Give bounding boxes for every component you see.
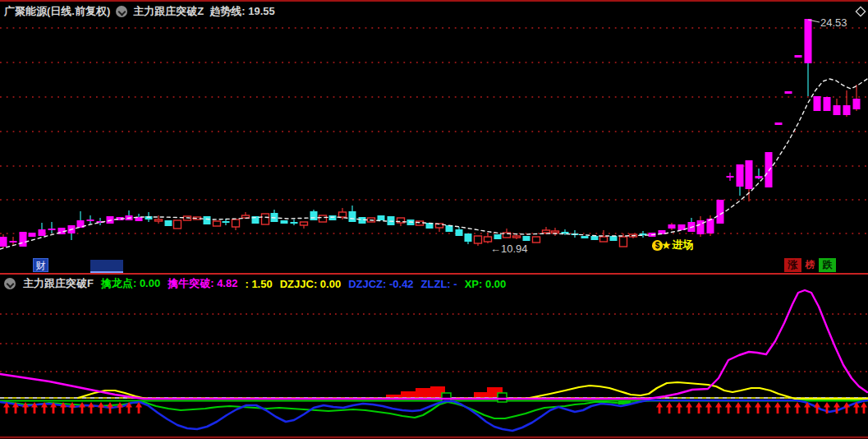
trendline-value: 趋势线: 19.55	[209, 4, 274, 19]
star-icon: ★	[661, 240, 672, 251]
indicator-value: DZJCZ: -0.42	[348, 278, 413, 290]
rank-down-button[interactable]: 跌	[819, 258, 836, 272]
indicator-value: 擒牛突破: 4.82	[168, 276, 237, 291]
high-price-label: 24.53	[820, 16, 847, 29]
sub-gridlines	[0, 314, 868, 372]
entry-signal-marker: $ ★ 进场	[652, 238, 694, 252]
chart-canvas[interactable]	[0, 0, 868, 439]
sub-chart-header: 主力跟庄突破F 擒龙点: 0.00 擒牛突破: 4.82 : 1.50 DZJJ…	[4, 277, 506, 290]
entry-label: 进场	[673, 238, 694, 252]
ma-trend-line	[0, 7, 867, 249]
rank-buttons: 涨 榜 跌	[784, 258, 836, 272]
sub-indicator-name[interactable]: 主力跟庄突破F	[23, 276, 94, 291]
finance-report-badge[interactable]: 财	[33, 258, 48, 272]
indicator-value: DZJJC: 0.00	[280, 278, 341, 290]
chevron-down-icon[interactable]	[116, 6, 127, 17]
candlestick-series	[0, 19, 861, 248]
indicator-value: ZLZL: -	[421, 278, 457, 290]
stock-title[interactable]: 广聚能源(日线.前复权)	[4, 4, 110, 19]
main-chart-header: 广聚能源(日线.前复权) 主力跟庄突破Z 趋势线: 19.55	[4, 4, 275, 19]
diamond-marker	[856, 7, 865, 16]
partial-axis-badge	[90, 260, 123, 273]
app-window: 广聚能源(日线.前复权) 主力跟庄突破Z 趋势线: 19.55 24.53 ←1…	[0, 0, 868, 439]
indicator-value: : 1.50	[245, 278, 272, 290]
main-indicator-name[interactable]: 主力跟庄突破Z	[133, 4, 204, 19]
rank-list-label[interactable]: 榜	[801, 258, 819, 272]
indicator-value: 擒龙点: 0.00	[101, 276, 160, 291]
indicator-value: XP: 0.00	[465, 278, 507, 290]
rank-up-button[interactable]: 涨	[784, 258, 801, 272]
chevron-down-icon[interactable]	[4, 278, 16, 289]
low-price-label: ←10.94	[490, 243, 528, 255]
